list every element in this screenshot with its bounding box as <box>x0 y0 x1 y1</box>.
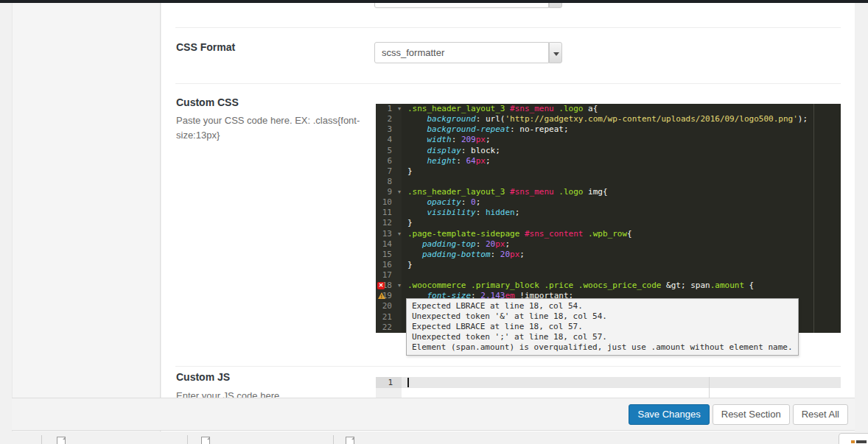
gutter-cell[interactable]: 12 <box>376 218 402 228</box>
reset-section-button[interactable]: Reset Section <box>713 404 790 425</box>
options-content: Only compile when don't have... × CSS Fo… <box>161 3 855 431</box>
document-icon <box>57 437 66 444</box>
line-number: 22 <box>376 323 402 333</box>
cell-divider <box>333 435 334 444</box>
gutter-cell[interactable]: 7 <box>376 166 402 177</box>
code-line[interactable]: background-repeat: no-repeat; <box>407 124 841 135</box>
gutter-cell[interactable]: 8 <box>376 177 402 187</box>
gutter-cell[interactable]: 2 <box>376 114 402 124</box>
code-line[interactable]: height: 64px; <box>407 156 841 166</box>
cell-divider <box>41 435 42 444</box>
code-line[interactable]: padding-bottom: 20px; <box>407 250 841 260</box>
js-editor-active-line <box>402 377 841 388</box>
gutter-cell[interactable]: 9▾ <box>376 187 402 197</box>
partial-button-content <box>856 440 867 443</box>
gutter-cell[interactable]: 19 <box>376 291 402 301</box>
custom-css-description: Paste your CSS code here. EX: .class{fon… <box>176 113 366 142</box>
gutter-cell[interactable]: 5 <box>376 146 402 156</box>
gutter-cell[interactable]: 10 <box>376 197 402 208</box>
gutter-cell[interactable]: 1▾ <box>376 104 402 114</box>
gutter-cell[interactable]: 13▾ <box>376 229 402 239</box>
code-line[interactable]: width: 209px; <box>407 135 841 145</box>
gutter-cell[interactable]: 17 <box>376 270 402 281</box>
code-line[interactable]: background: url('http://gadgetxy.com/wp-… <box>407 114 841 124</box>
partial-button[interactable] <box>839 433 868 444</box>
code-line[interactable]: } <box>407 218 841 228</box>
code-line[interactable]: visibility: hidden; <box>407 208 841 218</box>
line-number: 20 <box>376 301 402 311</box>
text-cursor <box>407 378 409 387</box>
line-number: 21 <box>376 312 402 323</box>
error-icon: ✕ <box>377 282 385 289</box>
line-number: 2 <box>376 114 402 124</box>
row-divider <box>175 366 841 367</box>
code-line[interactable]: } <box>407 260 841 270</box>
document-icon <box>346 437 354 444</box>
dropdown-arrow-button[interactable] <box>549 42 562 63</box>
line-number: 12 <box>376 218 402 228</box>
fold-arrow-icon[interactable]: ▾ <box>398 229 401 239</box>
css-format-select[interactable]: scss_formatter × <box>374 42 562 63</box>
error-tooltip-line: Unexpected token '&' at line 18, col 54. <box>412 311 793 322</box>
line-number: 6 <box>376 156 402 166</box>
gutter-cell[interactable]: 6 <box>376 156 402 166</box>
code-line[interactable] <box>407 177 841 187</box>
options-footer: Save Changes Reset Section Reset All <box>12 398 855 431</box>
gutter-cell[interactable]: ✕18▾ <box>376 281 402 291</box>
code-line[interactable]: .page-template-sidepage #sns_content .wp… <box>407 229 841 239</box>
line-number: 11 <box>376 208 402 218</box>
code-line[interactable]: .sns_header_layout_3 #sns_menu .logo a{ <box>407 104 841 114</box>
error-tooltip: Expected LBRACE at line 18, col 54.Unexp… <box>406 298 799 356</box>
gutter-cell[interactable]: 20 <box>376 301 402 311</box>
reset-all-button[interactable]: Reset All <box>793 404 848 425</box>
gutter-cell[interactable]: 22 <box>376 323 402 333</box>
line-number: 3 <box>376 124 402 135</box>
code-line[interactable]: .sns_header_layout_3 #sns_menu .logo img… <box>407 187 841 197</box>
code-line[interactable]: padding-top: 20px; <box>407 239 841 250</box>
custom-css-label: Custom CSS <box>176 96 239 108</box>
partial-button-content <box>851 440 855 443</box>
warning-icon <box>378 292 385 299</box>
line-number: 4 <box>376 135 402 145</box>
gutter-cell[interactable]: 1 <box>376 377 402 388</box>
gutter-cell[interactable]: 11 <box>376 208 402 218</box>
error-tooltip-line: Expected LBRACE at line 18, col 54. <box>412 301 793 311</box>
fold-arrow-icon[interactable]: ▾ <box>398 187 401 197</box>
line-number: 7 <box>376 166 402 177</box>
print-margin-line <box>813 104 814 333</box>
save-changes-button[interactable]: Save Changes <box>629 404 709 425</box>
code-line[interactable] <box>407 270 841 281</box>
error-tooltip-line: Unexpected token ';' at line 18, col 57. <box>412 332 793 342</box>
css-format-value[interactable]: scss_formatter <box>374 42 549 63</box>
chevron-down-icon <box>553 52 559 56</box>
gutter-cell[interactable]: 15 <box>376 250 402 260</box>
row-divider <box>175 83 841 84</box>
fold-arrow-icon[interactable]: ▾ <box>398 281 401 291</box>
line-number: 14 <box>376 239 402 250</box>
line-number: 10 <box>376 197 402 208</box>
admin-top-bar <box>0 0 868 3</box>
error-tooltip-line: Expected LBRACE at line 18, col 57. <box>412 322 793 332</box>
css-editor-gutter[interactable]: 1▾23456789▾10111213▾14151617✕18▾19202122 <box>376 104 402 333</box>
options-sidebar <box>12 3 161 431</box>
gutter-cell[interactable]: 21 <box>376 312 402 323</box>
line-number: 8 <box>376 177 402 187</box>
gutter-cell[interactable]: 16 <box>376 260 402 270</box>
gutter-cell[interactable]: 14 <box>376 239 402 250</box>
gutter-cell[interactable]: 4 <box>376 135 402 145</box>
line-number: 17 <box>376 270 402 281</box>
code-line[interactable]: opacity: 0; <box>407 197 841 208</box>
css-format-label: CSS Format <box>176 41 235 53</box>
gutter-cell[interactable]: 3 <box>376 124 402 135</box>
line-number: 16 <box>376 260 402 270</box>
line-number: 15 <box>376 250 402 260</box>
document-icon <box>201 437 210 444</box>
code-line[interactable]: .woocommerce .primary_block .price .wooc… <box>407 281 841 291</box>
error-tooltip-line: Element (span.amount) is overqualified, … <box>412 342 793 353</box>
fold-arrow-icon[interactable]: ▾ <box>398 104 401 114</box>
code-line[interactable]: display: block; <box>407 146 841 156</box>
cell-divider <box>187 435 188 444</box>
custom-js-label: Custom JS <box>176 371 230 383</box>
code-line[interactable]: } <box>407 166 841 177</box>
row-divider <box>175 27 841 28</box>
